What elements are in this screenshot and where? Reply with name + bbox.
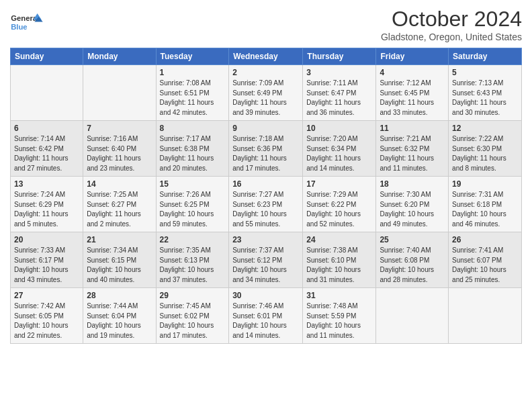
day-info: Sunrise: 7:30 AM Sunset: 6:20 PM Dayligh… bbox=[380, 190, 445, 229]
day-info: Sunrise: 7:17 AM Sunset: 6:38 PM Dayligh… bbox=[160, 134, 226, 173]
day-number: 13 bbox=[14, 179, 79, 189]
page-header: General Blue October 2024 Gladstone, Ore… bbox=[10, 7, 522, 42]
week-row-5: 27Sunrise: 7:42 AM Sunset: 6:05 PM Dayli… bbox=[11, 288, 522, 344]
day-number: 25 bbox=[380, 235, 445, 244]
day-cell: 4Sunrise: 7:12 AM Sunset: 6:45 PM Daylig… bbox=[376, 65, 449, 121]
day-info: Sunrise: 7:26 AM Sunset: 6:25 PM Dayligh… bbox=[160, 190, 226, 229]
day-number: 2 bbox=[232, 68, 299, 77]
day-cell: 24Sunrise: 7:38 AM Sunset: 6:10 PM Dayli… bbox=[303, 232, 376, 288]
day-info: Sunrise: 7:22 AM Sunset: 6:30 PM Dayligh… bbox=[452, 134, 518, 173]
day-cell bbox=[449, 288, 522, 344]
day-cell: 6Sunrise: 7:14 AM Sunset: 6:42 PM Daylig… bbox=[11, 121, 83, 177]
day-info: Sunrise: 7:11 AM Sunset: 6:47 PM Dayligh… bbox=[306, 79, 372, 118]
day-info: Sunrise: 7:16 AM Sunset: 6:40 PM Dayligh… bbox=[87, 134, 152, 173]
day-cell bbox=[376, 288, 449, 344]
day-number: 21 bbox=[87, 235, 152, 244]
day-cell: 3Sunrise: 7:11 AM Sunset: 6:47 PM Daylig… bbox=[303, 65, 376, 121]
svg-text:Blue: Blue bbox=[11, 23, 27, 31]
day-number: 30 bbox=[232, 291, 299, 300]
day-number: 5 bbox=[452, 68, 518, 77]
day-info: Sunrise: 7:27 AM Sunset: 6:23 PM Dayligh… bbox=[232, 190, 299, 229]
day-info: Sunrise: 7:18 AM Sunset: 6:36 PM Dayligh… bbox=[232, 134, 299, 173]
day-cell: 30Sunrise: 7:46 AM Sunset: 6:01 PM Dayli… bbox=[229, 288, 303, 344]
weekday-header-wednesday: Wednesday bbox=[229, 48, 303, 65]
day-cell: 18Sunrise: 7:30 AM Sunset: 6:20 PM Dayli… bbox=[376, 177, 449, 232]
day-cell: 23Sunrise: 7:37 AM Sunset: 6:12 PM Dayli… bbox=[229, 232, 303, 288]
day-cell: 16Sunrise: 7:27 AM Sunset: 6:23 PM Dayli… bbox=[229, 177, 303, 232]
day-cell bbox=[11, 65, 83, 121]
day-number: 8 bbox=[160, 124, 226, 133]
weekday-header-row: SundayMondayTuesdayWednesdayThursdayFrid… bbox=[11, 48, 522, 65]
day-cell: 31Sunrise: 7:48 AM Sunset: 5:59 PM Dayli… bbox=[303, 288, 376, 344]
day-info: Sunrise: 7:41 AM Sunset: 6:07 PM Dayligh… bbox=[452, 246, 518, 285]
day-info: Sunrise: 7:21 AM Sunset: 6:32 PM Dayligh… bbox=[380, 134, 445, 173]
day-number: 18 bbox=[380, 179, 445, 189]
logo: General Blue bbox=[10, 7, 44, 37]
week-row-3: 13Sunrise: 7:24 AM Sunset: 6:29 PM Dayli… bbox=[11, 177, 522, 232]
logo-icon: General Blue bbox=[10, 7, 44, 37]
day-number: 17 bbox=[306, 179, 372, 189]
day-info: Sunrise: 7:35 AM Sunset: 6:13 PM Dayligh… bbox=[160, 246, 226, 285]
weekday-header-sunday: Sunday bbox=[11, 48, 83, 65]
day-number: 15 bbox=[160, 179, 226, 189]
weekday-header-thursday: Thursday bbox=[303, 48, 376, 65]
week-row-1: 1Sunrise: 7:08 AM Sunset: 6:51 PM Daylig… bbox=[11, 65, 522, 121]
day-number: 20 bbox=[14, 235, 79, 244]
day-cell: 8Sunrise: 7:17 AM Sunset: 6:38 PM Daylig… bbox=[156, 121, 229, 177]
day-number: 1 bbox=[160, 68, 226, 77]
day-number: 7 bbox=[87, 124, 152, 133]
day-info: Sunrise: 7:09 AM Sunset: 6:49 PM Dayligh… bbox=[232, 79, 299, 118]
calendar-table: SundayMondayTuesdayWednesdayThursdayFrid… bbox=[10, 48, 522, 344]
day-info: Sunrise: 7:37 AM Sunset: 6:12 PM Dayligh… bbox=[232, 246, 299, 285]
day-number: 31 bbox=[306, 291, 372, 300]
weekday-header-friday: Friday bbox=[376, 48, 449, 65]
day-info: Sunrise: 7:45 AM Sunset: 6:02 PM Dayligh… bbox=[160, 302, 226, 340]
day-cell: 22Sunrise: 7:35 AM Sunset: 6:13 PM Dayli… bbox=[156, 232, 229, 288]
day-number: 27 bbox=[14, 291, 79, 300]
day-cell: 1Sunrise: 7:08 AM Sunset: 6:51 PM Daylig… bbox=[156, 65, 229, 121]
day-info: Sunrise: 7:13 AM Sunset: 6:43 PM Dayligh… bbox=[452, 79, 518, 118]
day-number: 29 bbox=[160, 291, 226, 300]
day-number: 4 bbox=[380, 68, 445, 77]
day-cell: 9Sunrise: 7:18 AM Sunset: 6:36 PM Daylig… bbox=[229, 121, 303, 177]
weekday-header-saturday: Saturday bbox=[449, 48, 522, 65]
weekday-header-monday: Monday bbox=[83, 48, 156, 65]
day-number: 28 bbox=[87, 291, 152, 300]
day-cell: 20Sunrise: 7:33 AM Sunset: 6:17 PM Dayli… bbox=[11, 232, 83, 288]
day-number: 14 bbox=[87, 179, 152, 189]
day-info: Sunrise: 7:40 AM Sunset: 6:08 PM Dayligh… bbox=[380, 246, 445, 285]
day-cell: 10Sunrise: 7:20 AM Sunset: 6:34 PM Dayli… bbox=[303, 121, 376, 177]
week-row-4: 20Sunrise: 7:33 AM Sunset: 6:17 PM Dayli… bbox=[11, 232, 522, 288]
day-info: Sunrise: 7:46 AM Sunset: 6:01 PM Dayligh… bbox=[232, 302, 299, 340]
day-cell: 13Sunrise: 7:24 AM Sunset: 6:29 PM Dayli… bbox=[11, 177, 83, 232]
weekday-header-tuesday: Tuesday bbox=[156, 48, 229, 65]
day-cell: 17Sunrise: 7:29 AM Sunset: 6:22 PM Dayli… bbox=[303, 177, 376, 232]
day-number: 3 bbox=[306, 68, 372, 77]
day-number: 19 bbox=[452, 179, 518, 189]
day-info: Sunrise: 7:42 AM Sunset: 6:05 PM Dayligh… bbox=[14, 302, 79, 340]
day-cell: 27Sunrise: 7:42 AM Sunset: 6:05 PM Dayli… bbox=[11, 288, 83, 344]
day-info: Sunrise: 7:44 AM Sunset: 6:04 PM Dayligh… bbox=[87, 302, 152, 340]
day-number: 22 bbox=[160, 235, 226, 244]
title-block: October 2024 Gladstone, Oregon, United S… bbox=[381, 7, 522, 42]
day-number: 26 bbox=[452, 235, 518, 244]
day-cell: 5Sunrise: 7:13 AM Sunset: 6:43 PM Daylig… bbox=[449, 65, 522, 121]
day-number: 10 bbox=[306, 124, 372, 133]
day-cell bbox=[83, 65, 156, 121]
day-number: 23 bbox=[232, 235, 299, 244]
day-cell: 11Sunrise: 7:21 AM Sunset: 6:32 PM Dayli… bbox=[376, 121, 449, 177]
day-info: Sunrise: 7:33 AM Sunset: 6:17 PM Dayligh… bbox=[14, 246, 79, 285]
day-info: Sunrise: 7:48 AM Sunset: 5:59 PM Dayligh… bbox=[306, 302, 372, 340]
day-info: Sunrise: 7:31 AM Sunset: 6:18 PM Dayligh… bbox=[452, 190, 518, 229]
day-cell: 12Sunrise: 7:22 AM Sunset: 6:30 PM Dayli… bbox=[449, 121, 522, 177]
day-info: Sunrise: 7:14 AM Sunset: 6:42 PM Dayligh… bbox=[14, 134, 79, 173]
day-cell: 15Sunrise: 7:26 AM Sunset: 6:25 PM Dayli… bbox=[156, 177, 229, 232]
day-cell: 28Sunrise: 7:44 AM Sunset: 6:04 PM Dayli… bbox=[83, 288, 156, 344]
week-row-2: 6Sunrise: 7:14 AM Sunset: 6:42 PM Daylig… bbox=[11, 121, 522, 177]
day-cell: 26Sunrise: 7:41 AM Sunset: 6:07 PM Dayli… bbox=[449, 232, 522, 288]
day-cell: 14Sunrise: 7:25 AM Sunset: 6:27 PM Dayli… bbox=[83, 177, 156, 232]
day-number: 16 bbox=[232, 179, 299, 189]
day-cell: 19Sunrise: 7:31 AM Sunset: 6:18 PM Dayli… bbox=[449, 177, 522, 232]
day-cell: 2Sunrise: 7:09 AM Sunset: 6:49 PM Daylig… bbox=[229, 65, 303, 121]
day-info: Sunrise: 7:29 AM Sunset: 6:22 PM Dayligh… bbox=[306, 190, 372, 229]
